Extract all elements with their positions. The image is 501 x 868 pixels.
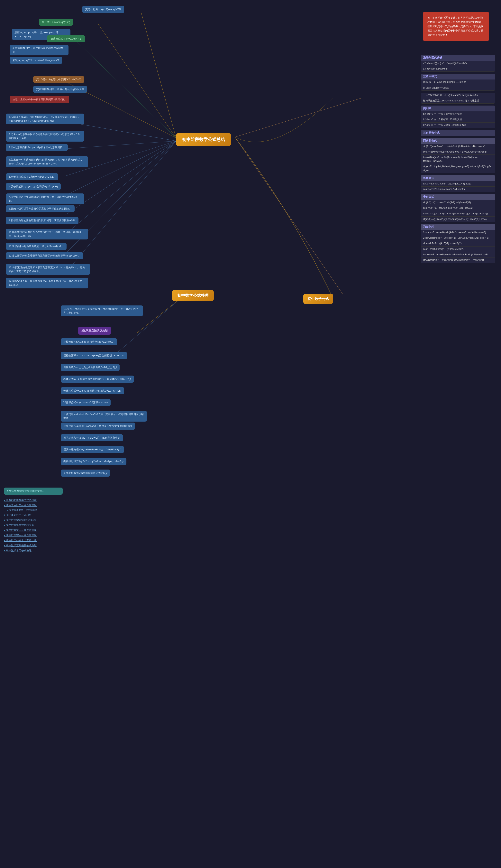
formula-item: 根与系数的关系 X1+X2=-b/a X1·X2=c/a 注：韦达定理 [421,98,495,104]
link-100[interactable]: 初中数学学方法总结100题 [4,518,65,522]
svg-line-2 [74,39,176,138]
formula-item: tan2A=2tanA/(1-tan2A) ctg2A=(ctg2A-1)/2c… [421,181,495,187]
knowledge-7: 正弦定理sinA=b/sinB=c/sinC=2R注：其中表示正弦定理相切的斜面… [61,411,147,422]
formula-item: sin(A/2)=√((1-cosA)/2) sin(A/2)=-√((1-co… [421,200,495,205]
formula-item: cos(A+B)=cosAcosB-sinAsinB cos(A-B)=cosA… [421,149,495,155]
formula-item: cosA+cosB=2cos((A+B)/2)cos((A-B)/2) [421,246,495,252]
branch-note: 注意：上面公式中an表示等比数列第n的第n项。 [10,96,69,103]
branch-geo-14: 14.勾股定理直角三角形两直角边a、b的平方和，等于斜边c的平方，即a+b=c。 [6,278,88,288]
svg-line-0 [141,12,176,138]
knowledge-6: 球体积公式V=(4/3)πr^3 球面积S=4πr^2 [61,399,110,406]
branch-geo-1: 1.应两圆外离a+R+r<应两圆内切d=R+r应两圆相交|d-R<r<R+r，应… [6,114,84,124]
formula-item: 2sinAcosB=sin(A+B)+sin(A-B) 2cosAsinB=si… [421,230,495,235]
branch-geo-8: 8.圆的内切可以看作是直心的直类小于半径的内的圆点。 [6,205,75,212]
formula-header-multiply: 乘法与因式分解 [421,55,495,61]
formula-item: ctgA+ctgBsin(A+B)/sinAsinB -ctgA+ctgBsin… [421,257,495,263]
formula-header-half: 半角公式 [421,194,495,200]
formula-item: a3-b3=(a-b)(a2+ab+b2) [421,66,495,72]
link-common-sub[interactable]: 初中常用数学公式总结归纳 [4,508,65,512]
svg-line-7 [65,141,176,196]
branch-ratio-5: ②在等比数列中，依次填写第之和的成等比数列 [10,45,68,55]
branch-geo-10: 10.椭圆中位线定理是直心在中位线平行于两端，并且等于两端的一半+（a+b)=2… [6,229,88,240]
info-text: 初中的数学难度逐渐提升，很多同学都是从这时候在数学上落到来后面，所以想要学好初中… [427,16,484,37]
knowledge-12: 直线的斜截式y≤h为斜率截距公式y≤h_y [61,469,110,477]
formula-header-discriminant: 判别式 [421,106,495,112]
branch-ratio-4: (2)通项公式：an=a1×q^(n-1) [47,35,85,42]
related-links-header: 初中年级数学公式总结相关文章... [4,488,63,495]
formula-group-discriminant: 判别式 b2-4ac=0 注：方程有两个相等的实根 b2-4ac>0 注：方程有… [421,106,495,128]
central-node-label: 初中阶段数学公式总结 [182,137,225,142]
branch-geo-13: 13.勾股定理的逆定理和勾股三角形的定义和，b，c有关系cb，c有关系两个直角三… [6,264,90,275]
formula-item: sin(A+B)=sinAcosB+cosAsinB sin(A-B)=sinA… [421,144,495,149]
branch-ratio-7: (5)∵G是a、b的等比中项则G^2=ab(G≠0) [33,76,84,83]
formula-group-sum-product: 和差化积 2sinAcosB=sin(A+B)+sin(A-B) 2cosAsi… [421,224,495,263]
branch-ratio-1: (1)等比数列：a(n+1)/an=q(n∈N, [82,6,124,13]
formula-item: cos2a=cos2a-sin2a=2cos2a-1=1-2sin2a [421,187,495,192]
related-links-section: 初中年级数学公式总结相关文章... 更多的初中数学公式总结精 初中常用数学公式总… [4,488,65,553]
link-common[interactable]: 初中常用数学公式总结归纳 [4,503,65,508]
knowledge-4: 椎体公式 a，r 椎圆的角的前的直径? 0 直则体积公式S=1/2_t [61,375,134,383]
link-practical[interactable]: 初中数学实用公式总结归纳 [4,533,65,538]
knowledge-11: 抛物线标准方程y2=2px、y2=-2px、x2=2py、x2=-2py [61,458,126,465]
svg-line-9 [65,141,176,235]
formula-item: tan(A+B)=(tanA+tanB)/(1-tanAtanB) tan(A-… [421,155,495,164]
mind-map-container: 初中的数学难度逐渐提升，很多同学都是从这时候在数学上落到来后面，所以想要学好初中… [0,0,501,868]
link-more[interactable]: 更多的初中数学公式总结精 [4,498,65,503]
branch-geo-11: 11.里形面积=对角线面积的一半，即S=(a+b)×2。 [6,243,66,250]
knowledge-1: 正棱锥侧积S=1/2_h_正棱台侧积S=1/2(c+C3) [61,338,117,346]
formula-panel: 乘法与因式分解 a2-b2=(a+b)(a-b) a3+b3=(a+b)(a2-… [421,55,495,265]
branch-geo-6: 6.弧公切线长=(d-(R-r))外公切线长=√d-(R+r) [6,183,61,190]
link-summary[interactable]: 初中数学常用公式整理 [4,548,65,553]
formula-item: tanA+tanB=sin(A+B)/cosAcosB tanA-tanB=si… [421,252,495,257]
formula-item: a2-b2=(a+b)(a-b) a3+b3=(a+b)(a2-ab+b2) [421,61,495,66]
formula-group-triangle: 三角不等式 |a+b|≤|a|+|b| |a-b|≥||a|-|b|| |a|≤… [421,74,495,91]
branch-geo-7: 7.假设如果两个弦边圆弧所的的切角，那么这两个邻近角也相邻。 [6,193,84,204]
formula-item: b2-4ac<0 注：方程无实根，有共轭复数根 [421,123,495,128]
svg-line-14 [235,137,342,294]
branch-geo-2: 2.适量正n边形的半径和心到边距离之比能把正n边形分成2n个全等的直角三角形。 [6,131,84,141]
formula-group-trig-header: 三角函数公式 [421,130,495,136]
formula-group-two-angle: 两角和公式 sin(A+B)=sinAcosB+cosAsinB sin(A-B… [421,138,495,173]
branch-geo-12: 12.多边形的外角定理说明角三角形的外角的和等于(n-2)×180°。 [6,252,83,259]
svg-line-16 [117,296,184,352]
formula-item: ctg(A+B)=(ctgActgB-1)/(ctgB+ctgA) ctg(A-… [421,164,495,173]
formula-header-sum-product: 和差化积 [421,224,495,230]
formula-item: b2-4ac>0 注：方程有两个不等的实根 [421,117,495,123]
svg-line-13 [235,98,362,137]
info-box: 初中的数学难度逐渐提升，很多同学都是从这时候在数学上落到来后面，所以想要学好初中… [423,12,489,41]
svg-line-8 [65,141,176,215]
link-common2[interactable]: 初中数学常用公式总结归纳 [4,528,65,533]
formula-item: sinA+sinB=2sin((A+B)/2)cos((A-B)/2) [421,241,495,246]
formula-group-quadratic: 一元二次方程的解：-b+√(b2-4ac)/2a -b-√(b2-4ac)/2a… [421,93,495,104]
knowledge-2: 圆柱侧面积S=1/2c×c/3=πr(R+r)圆台侧面积πS=4πr_r2 [61,352,127,359]
branch-ratio-6: 必须m、n、q∈N，且m+n≥2①an_an=a^2 [10,57,62,64]
branch-ratio-8: (6)在等比数列中，直值a1与公比q都不为零 [33,86,87,93]
branch-geo-4: 4.如果在一个多边形面积内个正n边形的角，每个正多边形的角之为360°，则K=(… [6,156,88,167]
formula-item: b2-4ac=0 注：方程有两个相等的实根 [421,112,495,117]
formula-summary-label: 初中数学公式整理 [177,293,209,298]
knowledge-8: 余弦定理2=a2×2×2-2accos注：角度是△中a和b角角的斜角面 [61,423,135,430]
math-formula-label: 初中数学公式 [308,297,329,301]
formula-item: cos(A/2)=√((1+cosA)/2) cos(A/2)=-√((1+co… [421,205,495,211]
branch-geo-5: 5.扇形面积公式：S扇形=n°π/360+LR/2。 [6,173,58,180]
formula-item: 一元二次方程的解：-b+√(b2-4ac)/2a -b-√(b2-4ac)/2a [421,93,495,98]
formula-header-two-angle: 两角和公式 [421,138,495,144]
knowledge-5: 锥体积公式V=1/3_S_h 圆锥体积公式V=1/3_πr_(2h) [61,387,124,394]
link-query[interactable]: 初中数学公式大全查询一初 [4,538,65,543]
formula-item: |a+b|≤|a|+|b| |a-b|≥||a|-|b|| |a|≤b⟺-b≤a… [421,80,495,85]
svg-line-5 [65,141,176,149]
formula-summary-node: 初中数学公式整理 [172,290,214,301]
central-node: 初中阶段数学公式总结 [176,133,231,146]
formula-item: ctg(A/2)=√((1+cosA)/(1-cosA)) ctg(A/2)=-… [421,216,495,222]
formula-group-half-angle: 半角公式 sin(A/2)=√((1-cosA)/2) sin(A/2)=-√(… [421,194,495,222]
formula-item: |a-b|≤|a-b| |a|≤b⟺b≤a≤b [421,85,495,91]
knowledge-node: 2数学重点知识点总结 [78,327,111,335]
link-important[interactable]: 初中重要数学公式总结 [4,512,65,518]
formula-item: tan(A/2)=√((1-cosA)/(1+cosA)) tan(A/2)=-… [421,211,495,216]
branch-geo-15: 15.等腰三角形的性质是等腰直角三角形是同时中，等于斜边约的平方，即a+b=c。 [61,306,143,316]
formula-header-double: 倍角公式 [421,175,495,181]
formula-group-multiply: 乘法与因式分解 a2-b2=(a+b)(a-b) a3+b3=(a+b)(a2-… [421,55,495,72]
link-trig[interactable]: 初中数学三角函数公式总结 [4,543,65,548]
formula-item: 2cosAcosB=cos(A+B)+cos(A-B) -2sinAsinB=c… [421,235,495,241]
link-algo[interactable]: 初中数学算公式总结大全 [4,522,65,528]
